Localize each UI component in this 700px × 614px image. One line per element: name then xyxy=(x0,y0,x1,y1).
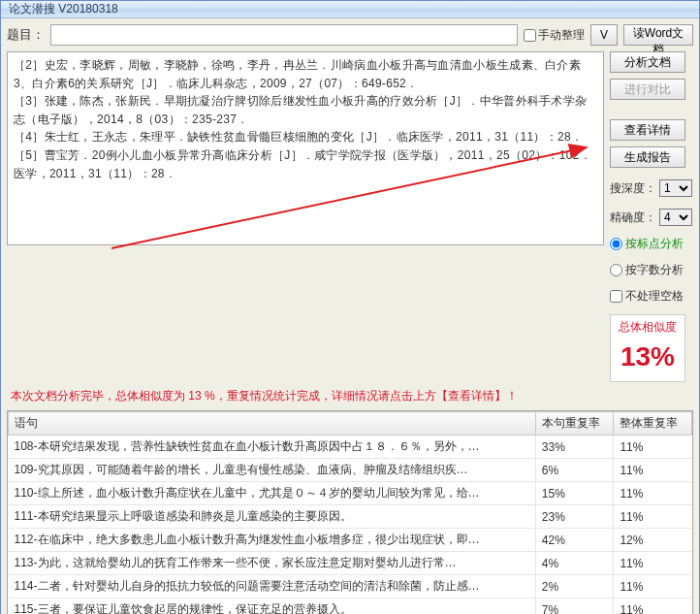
detail-button[interactable]: 查看详情 xyxy=(610,119,685,141)
table-row[interactable]: 115-三者，要保证儿童饮食起居的规律性，保证充足的营养摄入。7%11% xyxy=(9,598,692,615)
topic-input[interactable] xyxy=(50,24,518,46)
table-row[interactable]: 113-为此，这就给婴幼儿的抚育工作带来一些不便，家长应注意定期对婴幼儿进行常…… xyxy=(9,552,692,575)
similarity-box: 总体相似度 13% xyxy=(610,314,685,382)
window-title: 论文潜搜 V20180318 xyxy=(1,1,699,18)
col-sentence-rate[interactable]: 本句重复率 xyxy=(535,412,614,436)
depth-label: 搜深度： xyxy=(610,180,656,197)
analyze-button[interactable]: 分析文档 xyxy=(610,51,685,73)
table-row[interactable]: 109-究其原因，可能随着年龄的增长，儿童患有慢性感染、血液病、肿瘤及结缔组织疾… xyxy=(9,459,692,482)
accuracy-label: 精确度： xyxy=(610,210,656,226)
table-row[interactable]: 112-在临床中，绝大多数患儿血小板计数升高为继发性血小板增多症，很少出现症状，… xyxy=(9,529,692,552)
manual-sort-checkbox[interactable]: 手动整理 xyxy=(524,27,585,44)
read-word-button[interactable]: 读Word文档 xyxy=(623,24,693,46)
col-sentence[interactable]: 语句 xyxy=(9,412,536,436)
report-button[interactable]: 生成报告 xyxy=(610,146,685,168)
col-total-rate[interactable]: 整体重复率 xyxy=(614,412,692,436)
check-nospace[interactable]: 不处理空格 xyxy=(610,288,684,305)
table-row[interactable]: 111-本研究结果显示上呼吸道感染和肺炎是儿童感染的主要原因。23%11% xyxy=(9,505,692,529)
table-row[interactable]: 108-本研究结果发现，营养性缺铁性贫血在血小板计数升高原因中占１８．６％，另外… xyxy=(9,436,692,459)
v-button[interactable]: V xyxy=(590,24,618,46)
references-box: ［2］史宏，李晓辉，周敏，李晓静，徐鸣，李丹，冉丛兰．川崎病血小板升高与血清血小… xyxy=(7,51,604,245)
accuracy-select[interactable]: 4 xyxy=(659,209,692,226)
radio-punct[interactable]: 按标点分析 xyxy=(610,236,684,252)
status-line: 本次文档分析完毕，总体相似度为 13 %，重复情况统计完成，详细情况请点击上方【… xyxy=(7,382,693,410)
results-table[interactable]: 语句 本句重复率 整体重复率 108-本研究结果发现，营养性缺铁性贫血在血小板计… xyxy=(7,410,693,614)
topic-label: 题目： xyxy=(7,26,45,44)
radio-chars[interactable]: 按字数分析 xyxy=(610,262,684,278)
table-row[interactable]: 114-二者，针对婴幼儿自身的抵抗力较低的问题需要注意活动空间的清洁和除菌，防止… xyxy=(9,575,692,598)
compare-button: 进行对比 xyxy=(610,79,685,100)
depth-select[interactable]: 1 xyxy=(659,179,692,197)
table-row[interactable]: 110-综上所述，血小板计数升高症状在儿童中，尤其是０～４岁的婴幼儿间较为常见，… xyxy=(9,482,692,505)
